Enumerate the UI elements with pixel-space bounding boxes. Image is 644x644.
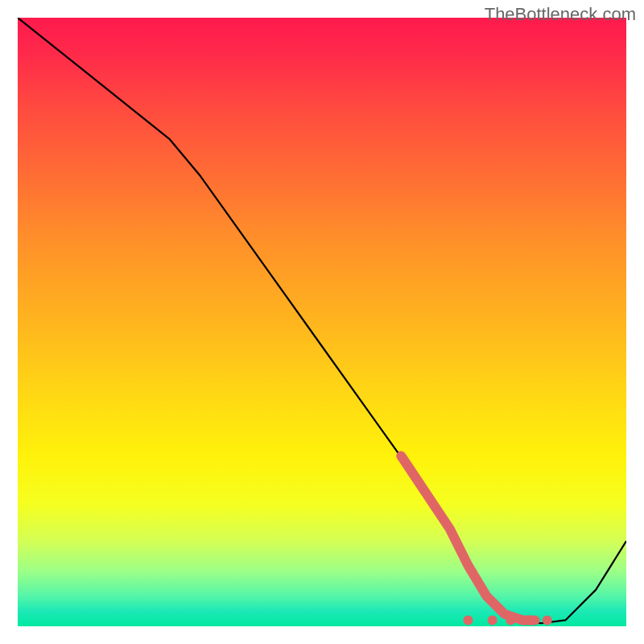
chart-container: TheBottleneck.com xyxy=(0,0,644,644)
svg-point-0 xyxy=(463,615,473,625)
chart-svg xyxy=(18,18,626,626)
svg-point-3 xyxy=(524,615,534,625)
watermark-text: TheBottleneck.com xyxy=(485,4,636,25)
plot-area xyxy=(18,18,626,626)
svg-point-1 xyxy=(488,615,497,625)
svg-point-4 xyxy=(543,615,552,625)
svg-point-2 xyxy=(506,615,515,625)
gradient-background xyxy=(18,18,626,626)
